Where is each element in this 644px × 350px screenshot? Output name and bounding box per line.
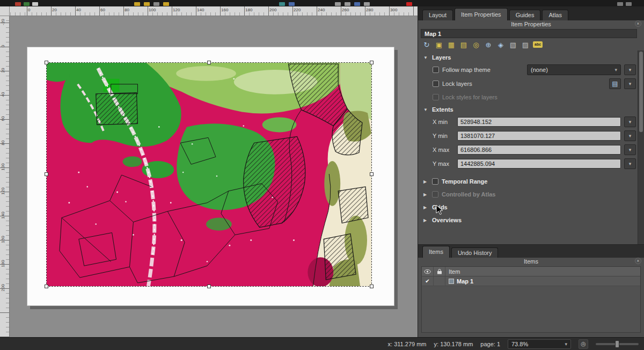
update-map-preview-icon[interactable]: ↻ — [422, 40, 431, 49]
mouse-cursor — [436, 205, 443, 215]
lock-layers-checkbox[interactable] — [433, 81, 439, 87]
selected-item-header: Map 1 — [421, 29, 637, 38]
layout-page[interactable] — [27, 47, 394, 306]
qgis-print-layout-window: 0204060801001201401601802002202402602803… — [0, 0, 644, 350]
expand-arrow-icon: ▶ — [423, 179, 429, 184]
visibility-cell[interactable]: ✔ — [422, 276, 434, 286]
map-item-toolbar: ↻▣▦▤◎⊕◈▧▨abc — [418, 39, 644, 50]
section-temporal-range[interactable]: ▶ Temporal Range — [418, 175, 637, 188]
map-preview-image — [47, 63, 371, 286]
data-defined-override-button[interactable]: ▾ — [624, 64, 636, 75]
labeling-settings-icon[interactable]: abc — [533, 41, 543, 48]
v-ruler-label: -20 — [1, 15, 7, 29]
section-checkbox[interactable] — [432, 178, 438, 185]
zoom-slider[interactable] — [596, 340, 639, 348]
section-checkbox[interactable] — [432, 191, 438, 198]
export-settings-icon[interactable]: ▨ — [521, 40, 530, 49]
tab-item-properties[interactable]: Item Properties — [455, 8, 508, 20]
follow-map-theme-checkbox[interactable] — [433, 67, 439, 73]
toolbar-fragment-icon — [32, 2, 38, 6]
override-icon: ▾ — [629, 133, 632, 138]
items-dock: Items Undo History Items × — [418, 244, 644, 337]
layout-canvas[interactable] — [10, 16, 418, 337]
section-controlled-by-atlas[interactable]: ▶ Controlled by Atlas — [418, 188, 637, 201]
h-ruler-label: 80 — [125, 8, 129, 12]
section-label: Overviews — [432, 217, 462, 223]
view-extent-in-canvas-icon[interactable]: ▦ — [447, 40, 456, 49]
items-table: Item ✔ Map 1 — [421, 266, 641, 333]
tab-undo-history[interactable]: Undo History — [451, 247, 499, 258]
close-panel-icon[interactable]: × — [635, 258, 641, 264]
section-extents[interactable]: ▼ Extents — [418, 104, 637, 115]
data-defined-override-button[interactable]: ▾ — [624, 144, 636, 155]
collapse-arrow-icon: ▼ — [423, 107, 429, 112]
expand-arrow-icon: ▶ — [423, 205, 429, 210]
map-item[interactable] — [46, 62, 372, 287]
chevron-down-icon: ▾ — [565, 341, 567, 347]
tab-items[interactable]: Items — [422, 246, 450, 258]
right-dock: Layout Item Properties Guides Atlas Item… — [418, 6, 644, 337]
selection-handle-bottom-right[interactable] — [370, 285, 374, 288]
v-ruler-label: 200 — [1, 281, 7, 295]
edit-extent-icon[interactable]: ◈ — [496, 40, 506, 49]
vertical-ruler[interactable]: -20020406080100120140160180200 — [0, 16, 10, 337]
section-label: Extents — [432, 106, 453, 113]
toolbar-fragment-icon — [335, 2, 341, 6]
selection-handle-top-left[interactable] — [45, 61, 48, 64]
map-theme-combo-value: (none) — [531, 67, 548, 73]
section-grids[interactable]: ▶ Grids — [418, 201, 637, 214]
items-tab-bar: Items Undo History — [418, 245, 644, 258]
extent-input[interactable] — [457, 131, 621, 141]
close-panel-icon[interactable]: × — [635, 20, 641, 27]
selection-handle-middle-left[interactable] — [45, 172, 48, 176]
override-icon: ▾ — [629, 119, 632, 125]
magnifier-icon: ◎ — [581, 340, 586, 347]
tab-layout[interactable]: Layout — [422, 10, 453, 20]
zoom-slider-knob[interactable] — [615, 340, 619, 348]
selection-handle-bottom-middle[interactable] — [207, 285, 211, 288]
set-scale-to-canvas-icon[interactable]: ▤ — [459, 40, 469, 49]
selection-handle-top-middle[interactable] — [207, 61, 211, 64]
toolbar-fragment-icon — [163, 2, 169, 6]
check-icon: ✔ — [425, 278, 429, 284]
selection-handle-top-right[interactable] — [370, 61, 374, 64]
extent-input[interactable] — [457, 159, 621, 169]
data-defined-override-button[interactable]: ▾ — [624, 116, 636, 127]
v-ruler-label: 20 — [1, 63, 7, 77]
h-ruler-label: 20 — [52, 8, 57, 12]
data-defined-override-button[interactable]: ▾ — [624, 158, 636, 169]
toolbar-fragment-icon — [354, 2, 360, 6]
toolbar-fragment-icon — [279, 2, 285, 6]
clipping-settings-icon[interactable]: ▧ — [508, 40, 518, 49]
set-extent-to-canvas-icon[interactable]: ▣ — [434, 40, 444, 49]
move-content-icon[interactable]: ⊕ — [484, 40, 493, 49]
properties-scrollbar[interactable] — [638, 50, 644, 244]
toolbar-fragment-icon — [617, 2, 623, 6]
item-column-header: Item — [445, 267, 640, 276]
section-layers[interactable]: ▼ Layers — [418, 52, 637, 63]
lock-layers-menu-button[interactable]: ▤ — [609, 78, 621, 89]
v-ruler-label: 60 — [1, 112, 7, 126]
extent-input[interactable] — [457, 145, 621, 155]
selection-handle-bottom-left[interactable] — [45, 285, 48, 288]
toolbar-fragment-icon — [626, 2, 632, 6]
page-readout: page: 1 — [480, 341, 500, 347]
item-properties-scroll[interactable]: ▼ Layers Follow map theme (none) ▾ ▾ Loc… — [418, 50, 644, 244]
zoom-lock-button[interactable]: ◎ — [579, 339, 588, 349]
selection-handle-middle-right[interactable] — [370, 172, 374, 176]
horizontal-ruler[interactable]: 0204060801001201401601802002202402602803… — [10, 6, 418, 16]
scrollbar-thumb[interactable] — [639, 52, 643, 132]
data-defined-override-button[interactable]: ▾ — [624, 78, 636, 89]
section-overviews[interactable]: ▶ Overviews — [418, 214, 637, 227]
map-theme-combo[interactable]: (none) ▾ — [527, 64, 621, 75]
cursor-x-readout: x: 311.279 mm — [388, 341, 427, 347]
zoom-level-combo[interactable]: 73.8% ▾ — [508, 339, 571, 349]
items-table-body: ✔ Map 1 — [422, 276, 640, 286]
extent-input[interactable] — [457, 117, 621, 127]
lock-cell[interactable] — [434, 276, 445, 286]
items-table-row[interactable]: ✔ Map 1 — [422, 276, 640, 286]
zoom-to-map-icon[interactable]: ◎ — [471, 40, 481, 49]
tab-guides[interactable]: Guides — [509, 10, 541, 20]
tab-atlas[interactable]: Atlas — [542, 10, 568, 20]
data-defined-override-button[interactable]: ▾ — [624, 130, 636, 141]
